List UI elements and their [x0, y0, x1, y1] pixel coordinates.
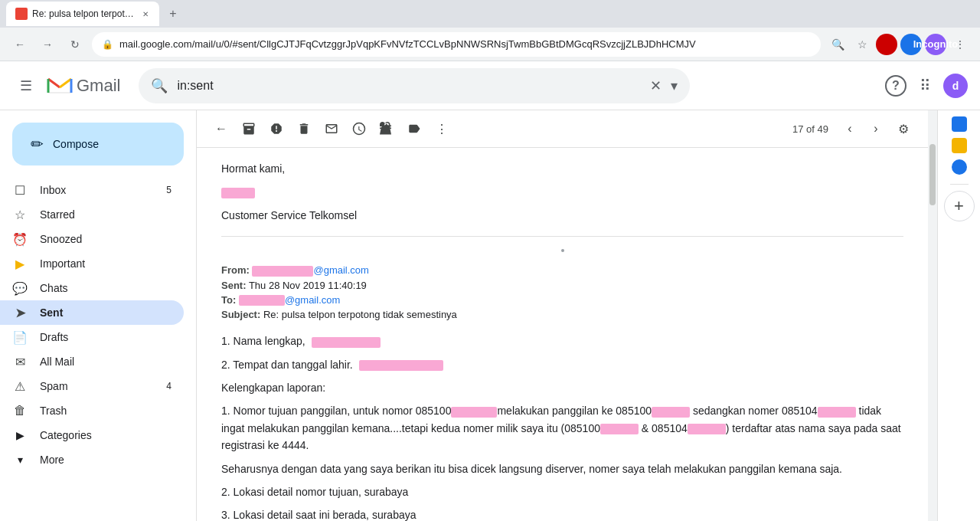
sidebar-item-inbox[interactable]: ☐ Inbox 5 — [0, 178, 184, 202]
all-mail-icon: ✉ — [12, 355, 28, 369]
signature-text: Customer Service Telkomsel — [221, 207, 903, 224]
search-input[interactable] — [177, 79, 641, 93]
scroll-thumb[interactable] — [929, 144, 936, 205]
right-panel-icon-3[interactable] — [952, 159, 967, 175]
back-button[interactable]: ← — [9, 34, 31, 55]
browser-tab[interactable]: Re: pulsa telpon terpotong tidak ✕ — [6, 2, 159, 26]
browser-actions: 🔍 ☆ Incognito ⋮ — [827, 34, 971, 55]
snooze-button[interactable] — [347, 116, 371, 141]
subject-field: Subject: Re: pulsa telpon terpotong tida… — [221, 309, 903, 320]
menu-button[interactable]: ⋮ — [949, 34, 971, 55]
mark-as-read-button[interactable] — [319, 116, 344, 141]
bookmark-button[interactable]: ☆ — [851, 34, 873, 55]
starred-icon: ☆ — [12, 208, 28, 222]
sidebar-item-sent[interactable]: ➤ Sent — [0, 300, 184, 325]
right-panel-icon-2[interactable] — [952, 138, 967, 153]
redacted-name — [221, 188, 255, 198]
search-icon: 🔍 — [151, 77, 168, 94]
settings-button[interactable]: ⚙ — [891, 116, 916, 141]
browser-titlebar: Re: pulsa telpon terpotong tidak ✕ + — [0, 0, 980, 28]
label-button[interactable] — [402, 116, 426, 141]
right-panel-separator — [950, 184, 969, 185]
right-panel-icon-1[interactable] — [952, 116, 967, 132]
right-panel: + — [937, 110, 980, 521]
drafts-icon: 📄 — [12, 330, 28, 345]
subject-text: Re: pulsa telpon terpotong tidak semesti… — [263, 309, 457, 320]
hamburger-menu[interactable]: ☰ — [12, 72, 40, 100]
tab-title: Re: pulsa telpon terpotong tidak — [32, 8, 136, 19]
gmail-header: ☰ Gmail 🔍 — [0, 61, 980, 110]
tab-close-button[interactable]: ✕ — [140, 8, 150, 20]
sent-label: Sent: — [221, 280, 247, 291]
sidebar-item-spam[interactable]: ⚠ Spam 4 — [0, 374, 184, 398]
inbox-icon: ☐ — [12, 183, 28, 198]
sent-label: Sent — [40, 306, 172, 319]
compose-label: Compose — [53, 138, 99, 150]
move-to-button[interactable] — [374, 116, 399, 141]
apps-button[interactable]: ⠿ — [910, 70, 940, 101]
sidebar-item-drafts[interactable]: 📄 Drafts — [0, 325, 184, 349]
more-arrow-icon: ▾ — [12, 454, 28, 466]
email-text: Hormat kami, Customer Service Telkomsel — [221, 160, 903, 224]
browser-frame: Re: pulsa telpon terpotong tidak ✕ + ← →… — [0, 0, 980, 521]
to-label: To: — [221, 294, 236, 306]
profile-button[interactable]: Incognito — [925, 34, 946, 55]
search-bar: 🔍 ✕ ▾ — [139, 68, 690, 103]
browser-controls: ← → ↻ 🔒 mail.google.com/mail/u/0/#sent/C… — [0, 28, 980, 61]
body-line-4: 1. Nomor tujuan panggilan, untuk nomor 0… — [221, 402, 903, 454]
gmail-app: ☰ Gmail 🔍 — [0, 61, 980, 521]
avatar[interactable]: d — [943, 74, 968, 98]
to-email-link[interactable]: @gmail.com — [285, 294, 340, 306]
address-bar[interactable]: 🔒 mail.google.com/mail/u/0/#sent/CllgCJT… — [92, 32, 821, 57]
sidebar-item-starred[interactable]: ☆ Starred — [0, 202, 184, 227]
page-navigation: ‹ › — [838, 116, 888, 141]
dob-redacted — [359, 360, 443, 371]
to-redacted — [239, 295, 285, 306]
forward-button[interactable]: → — [37, 34, 58, 55]
refresh-button[interactable]: ↻ — [64, 34, 86, 55]
inbox-count: 5 — [166, 185, 172, 195]
number-redacted-2 — [652, 407, 690, 418]
sidebar-item-chats[interactable]: 💬 Chats — [0, 276, 184, 300]
all-mail-label: All Mail — [40, 356, 172, 368]
back-to-list-button[interactable]: ← — [209, 116, 234, 141]
body-line-1: 1. Nama lengkap, — [221, 333, 903, 349]
compose-button[interactable]: ✏ Compose — [12, 123, 184, 165]
prev-page-button[interactable]: ‹ — [838, 116, 862, 141]
gmail-wordmark: Gmail — [77, 76, 120, 96]
report-spam-button[interactable] — [264, 116, 289, 141]
sidebar-item-more[interactable]: ▾ More — [0, 447, 196, 472]
gmail-logo: Gmail — [46, 72, 120, 100]
sidebar-item-categories[interactable]: ▶ Categories — [0, 423, 196, 447]
right-panel-add-button[interactable]: + — [944, 191, 975, 221]
search-input-wrapper[interactable]: 🔍 ✕ ▾ — [139, 68, 690, 103]
body-line-2: 2. Tempat dan tanggal lahir. — [221, 356, 903, 373]
delete-button[interactable] — [292, 116, 316, 141]
from-field: From: @gmail.com — [221, 264, 903, 277]
name-redacted-2 — [312, 337, 381, 348]
more-options-button[interactable]: ⋮ — [430, 116, 454, 141]
trash-icon: 🗑 — [12, 404, 28, 418]
sidebar-item-all-mail[interactable]: ✉ All Mail — [0, 349, 184, 374]
search-clear-button[interactable]: ✕ — [650, 77, 662, 94]
next-page-button[interactable]: › — [864, 116, 888, 141]
chats-icon: 💬 — [12, 281, 28, 296]
number-redacted-5 — [688, 424, 726, 434]
drafts-label: Drafts — [40, 331, 172, 343]
new-tab-button[interactable]: + — [162, 3, 184, 25]
spam-label: Spam — [40, 380, 154, 392]
email-content: Hormat kami, Customer Service Telkomsel … — [221, 148, 903, 521]
sidebar-item-snoozed[interactable]: ⏰ Snoozed — [0, 227, 184, 251]
scrollbar[interactable] — [928, 110, 937, 521]
help-button[interactable]: ? — [885, 75, 906, 97]
archive-button[interactable] — [237, 116, 261, 141]
extension-icon-1[interactable] — [876, 34, 897, 55]
sent-date: Thu 28 Nov 2019 11:40:19 — [249, 280, 367, 291]
gmail-logo-icon — [46, 72, 74, 100]
search-browser-button[interactable]: 🔍 — [827, 34, 848, 55]
tab-favicon — [15, 8, 28, 20]
from-email-link[interactable]: @gmail.com — [313, 264, 368, 276]
sidebar-item-trash[interactable]: 🗑 Trash — [0, 398, 184, 423]
sidebar-item-important[interactable]: ▶ Important — [0, 251, 184, 276]
search-options-button[interactable]: ▾ — [671, 77, 678, 94]
